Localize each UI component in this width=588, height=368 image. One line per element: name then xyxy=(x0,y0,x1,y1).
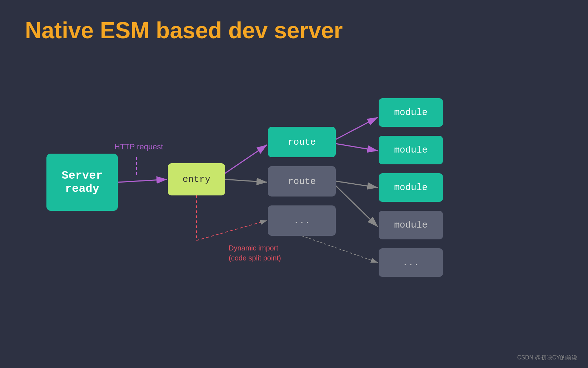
svg-line-2 xyxy=(118,179,167,182)
server-ready-node: Serverready xyxy=(46,154,118,211)
module3-label: module xyxy=(394,182,428,193)
svg-line-10 xyxy=(336,181,378,188)
module4-label: module xyxy=(394,220,428,230)
route1-node: route xyxy=(268,127,336,157)
watermark: CSDN @初映CY的前说 xyxy=(517,354,577,362)
slide-title: Native ESM based dev server xyxy=(25,17,343,44)
dots1-node: ... xyxy=(268,205,336,236)
svg-line-4 xyxy=(225,145,267,173)
server-ready-label: Serverready xyxy=(61,169,103,195)
svg-line-11 xyxy=(336,186,378,227)
http-request-label: HTTP request xyxy=(114,142,163,151)
module2-label: module xyxy=(394,145,428,155)
dynamic-import-label: Dynamic import(code split point) xyxy=(229,243,281,263)
module1-label: module xyxy=(394,107,428,118)
module4-node: module xyxy=(379,211,443,239)
dots2-node: ... xyxy=(379,248,443,277)
svg-line-9 xyxy=(336,144,378,151)
entry-label: entry xyxy=(183,174,210,185)
module3-node: module xyxy=(379,173,443,202)
route1-label: route xyxy=(288,137,316,148)
module2-node: module xyxy=(379,136,443,164)
diagram-area: Serverready entry route route ... module… xyxy=(0,64,588,343)
route2-label: route xyxy=(288,176,316,187)
svg-line-7 xyxy=(196,220,267,240)
svg-line-5 xyxy=(225,179,267,182)
svg-line-8 xyxy=(336,117,378,139)
entry-node: entry xyxy=(168,163,225,195)
route2-node: route xyxy=(268,166,336,197)
svg-line-12 xyxy=(302,236,378,263)
dots2-label: ... xyxy=(403,257,419,268)
dots1-label: ... xyxy=(294,215,310,226)
module1-node: module xyxy=(379,98,443,127)
